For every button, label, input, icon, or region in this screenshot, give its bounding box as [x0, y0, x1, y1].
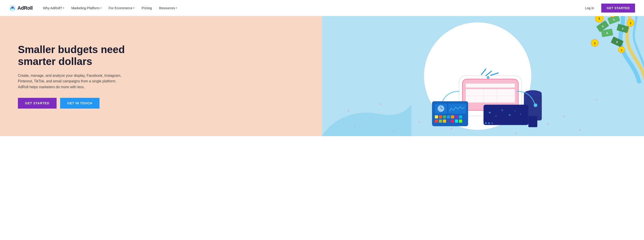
nav-links: Why AdRoll? ▾ Marketing Platform ▾ For E… [40, 4, 582, 12]
hero-title: Smaller budgets need smarter dollars [18, 44, 134, 67]
svg-rect-53 [455, 120, 458, 123]
svg-rect-48 [435, 120, 438, 123]
svg-text:$: $ [630, 22, 632, 25]
nav-item-marketing-platform[interactable]: Marketing Platform ▾ [68, 4, 105, 12]
hero-description: Create, manage, and analyze your display… [18, 73, 125, 90]
svg-rect-45 [451, 115, 454, 118]
hero-buttons: GET STARTED GET IN TOUCH [18, 98, 308, 109]
svg-text:$: $ [594, 42, 596, 45]
svg-text:★: ★ [500, 108, 504, 112]
get-started-button[interactable]: GET STARTED [18, 98, 56, 109]
svg-point-34 [534, 103, 537, 107]
svg-rect-47 [459, 115, 462, 118]
machine-illustration: ★ ✦ ★ ★ ✦ ★ [414, 62, 558, 129]
hero-section: Smaller budgets need smarter dollars Cre… [0, 16, 644, 136]
svg-text:$: $ [621, 49, 622, 52]
adroll-logo-icon [9, 5, 16, 12]
login-button[interactable]: Log in [582, 4, 598, 12]
wave-shape [322, 91, 412, 136]
svg-point-1 [12, 7, 14, 9]
svg-rect-23 [528, 116, 537, 127]
logo[interactable]: AdRoll [9, 5, 33, 12]
svg-text:★: ★ [488, 111, 491, 114]
chevron-down-icon: ▾ [133, 7, 134, 9]
svg-text:★: ★ [520, 113, 522, 115]
chevron-down-icon: ▾ [100, 7, 102, 9]
chevron-down-icon: ▾ [63, 7, 64, 9]
svg-text:✦: ✦ [495, 115, 497, 118]
svg-text:★: ★ [508, 113, 511, 117]
svg-text:✦: ✦ [514, 109, 516, 113]
svg-point-62 [485, 122, 487, 124]
svg-point-63 [488, 122, 490, 124]
nav-right: Log in GET STARTED [582, 4, 635, 13]
svg-point-32 [487, 76, 489, 79]
svg-rect-49 [439, 120, 442, 123]
get-in-touch-button[interactable]: GET IN TOUCH [60, 98, 100, 109]
svg-text:$: $ [598, 17, 600, 20]
svg-rect-44 [447, 115, 450, 118]
svg-line-67 [491, 73, 498, 75]
svg-point-64 [491, 122, 493, 124]
svg-rect-51 [447, 120, 450, 123]
nav-item-pricing[interactable]: Pricing [138, 4, 155, 12]
nav-item-resources[interactable]: Resources ▾ [156, 4, 180, 12]
money-stream-illustration: $ $ $ $ $ $ $ $ $ $ [577, 16, 644, 83]
logo-text: AdRoll [18, 5, 33, 11]
svg-rect-46 [455, 115, 458, 118]
hero-left: Smaller budgets need smarter dollars Cre… [0, 16, 322, 136]
svg-rect-43 [443, 115, 446, 118]
nav-item-why-adroll[interactable]: Why AdRoll? ▾ [40, 4, 67, 12]
chevron-down-icon: ▾ [176, 7, 177, 9]
hero-right: $ $ $ $ $ $ $ $ $ $ [322, 16, 644, 136]
get-started-nav-button[interactable]: GET STARTED [601, 4, 635, 13]
svg-line-65 [482, 69, 486, 75]
svg-rect-42 [439, 115, 442, 118]
svg-rect-54 [459, 120, 462, 123]
svg-rect-55 [484, 105, 528, 125]
svg-rect-27 [466, 84, 515, 88]
svg-rect-50 [443, 120, 446, 123]
navbar: AdRoll Why AdRoll? ▾ Marketing Platform … [0, 0, 644, 16]
nav-item-for-ecommerce[interactable]: For Ecommerce ▾ [106, 4, 138, 12]
svg-rect-52 [451, 120, 454, 123]
svg-rect-41 [435, 115, 438, 118]
